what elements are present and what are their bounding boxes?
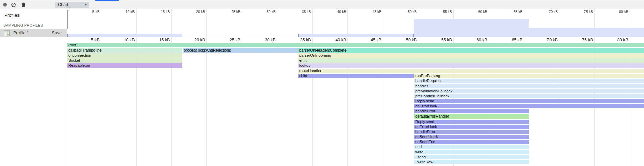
block-icon (11, 2, 16, 7)
detail-ruler-tick: 40 kB (323, 38, 346, 43)
overview-ruler-tick: 60 kB (467, 10, 487, 14)
overview-ruler-tick: 40 kB (326, 10, 346, 14)
overview-depth-segment[interactable] (67, 34, 182, 37)
overview-ruler-tick: 5 kB (79, 10, 100, 14)
flame-chart-pane[interactable]: 5 kB5 kB10 kB10 kB15 kB15 kB20 kB20 kB25… (67, 9, 644, 166)
gridline-15kb (171, 9, 172, 166)
overview-baseline (67, 37, 644, 37)
flame-frame-parserOnIncoming[interactable]: parserOnIncoming (298, 53, 644, 58)
overview-ruler-tick: 75 kB (573, 10, 593, 14)
flame-frame-preValidationCallback[interactable]: preValidationCallback (414, 89, 644, 93)
flame-frame-_writeRaw[interactable]: _writeRaw (414, 160, 529, 164)
detail-ruler-tick: 60 kB (464, 38, 487, 43)
flame-frame-emit[interactable]: emit (298, 58, 644, 63)
overview-ruler-tick: 80 kB (608, 10, 628, 14)
profile-name: Profile 1 (13, 31, 29, 35)
toolbar-separator (18, 2, 18, 7)
flame-frame-Reply.send[interactable]: Reply.send (414, 120, 529, 124)
overview-ruler-tick: 15 kB (150, 10, 170, 14)
detail-ruler-tick: 20 kB (182, 38, 205, 43)
overview-scrollbar-thumb[interactable] (67, 10, 68, 29)
flame-frame-handler[interactable]: handler (414, 84, 644, 88)
flame-frame-handleRequest[interactable]: handleRequest (414, 79, 644, 83)
chevron-down-icon (84, 4, 87, 6)
gridline-25kb (242, 9, 242, 166)
flame-frame-callbackTrampoline[interactable]: callbackTrampoline (67, 48, 182, 53)
detail-ruler-tick: 80 kB (605, 38, 628, 43)
detail-ruler-tick: 65 kB (499, 38, 522, 43)
save-profile-link[interactable]: Save (52, 31, 62, 35)
flame-frame-end[interactable]: end (414, 145, 529, 149)
sampling-profiles-section-label: SAMPLING PROFILES (3, 23, 43, 27)
flame-frame-handleError[interactable]: handleError (414, 109, 529, 113)
flame-frame-defaultErrorHandler[interactable]: defaultErrorHandler (414, 114, 529, 119)
overview-ruler-tick: 10 kB (115, 10, 135, 14)
flame-frame-preHandlerCallback[interactable]: preHandlerCallback (414, 94, 644, 98)
trash-icon (21, 2, 26, 7)
flame-frame-parserOnHeadersComplete[interactable]: parserOnHeadersComplete (298, 48, 644, 53)
sidebar-title: Profiles (4, 13, 20, 18)
gridline-30kb (277, 9, 277, 166)
flame-frame-Socket[interactable]: Socket (67, 58, 182, 63)
overview-ruler-tick: 20 kB (185, 10, 205, 14)
detail-ruler-tick: 30 kB (253, 38, 276, 43)
overview-ruler-tick: 55 kB (432, 10, 452, 14)
flame-frame-runPreParsing[interactable]: runPreParsing (414, 74, 644, 78)
profiler-toolbar: Chart (0, 0, 644, 9)
overview-ruler-tick: 50 kB (396, 10, 417, 14)
flame-frame-Readable.on[interactable]: Readable.on (67, 63, 182, 68)
gridline-10kb (136, 9, 137, 166)
overview-ruler-tick: 70 kB (537, 10, 558, 14)
detail-ruler-tick: 70 kB (535, 38, 558, 43)
record-icon (3, 2, 7, 7)
gridline-20kb (206, 9, 207, 166)
overview-ruler-tick: 45 kB (361, 10, 381, 14)
gridline-35kb (312, 9, 313, 166)
record-button[interactable] (1, 1, 9, 8)
clear-profiles-button[interactable] (10, 1, 17, 8)
flame-frame-routeHandler[interactable]: routeHandler (298, 69, 644, 73)
detail-ruler-tick: 25 kB (218, 38, 240, 43)
flame-frame-lookup[interactable]: lookup (298, 63, 644, 68)
overview-ruler-tick: 30 kB (256, 10, 276, 14)
flame-frame-root[interactable]: (root) (67, 43, 644, 47)
flame-frame-onconnection[interactable]: onconnection (67, 53, 182, 58)
flame-frame-handleError[interactable]: handleError (414, 130, 529, 134)
flame-frame-Reply.send[interactable]: Reply.send (414, 99, 644, 103)
flame-frame-child[interactable]: child (298, 74, 414, 78)
gridline-45kb (383, 9, 383, 166)
detail-ruler-tick: 45 kB (358, 38, 381, 43)
overview-ruler-tick: 25 kB (220, 10, 240, 14)
sidebar-item-profile-1[interactable]: % Profile 1 Save (0, 29, 67, 37)
profile-icon: % (4, 30, 10, 36)
detail-ruler-tick: 35 kB (288, 38, 311, 43)
flame-frame-processTicksAndRejections[interactable]: processTicksAndRejections (183, 48, 298, 53)
gridline-40kb (347, 9, 348, 166)
overview-ruler-tick: 35 kB (291, 10, 311, 14)
flame-frame-onErrorHook[interactable]: onErrorHook (414, 104, 644, 108)
flame-frame-onSendHook[interactable]: onSendHook (414, 135, 529, 139)
overview-depth-segment[interactable] (298, 34, 414, 37)
profiles-sidebar: Profiles SAMPLING PROFILES % Profile 1 S… (0, 9, 67, 166)
devtools-sampling-profiler: Chart Profiles SAMPLING PROFILES % Profi… (0, 0, 644, 166)
flame-frame-onSendEnd[interactable]: onSendEnd (414, 140, 529, 144)
chart-view-select[interactable]: Chart (55, 2, 89, 8)
overview-ruler-tick: 65 kB (502, 10, 522, 14)
detail-ruler-tick: 55 kB (429, 38, 452, 43)
detail-ruler-tick: 50 kB (394, 38, 417, 43)
svg-text:%: % (7, 33, 9, 36)
detail-ruler-tick: 10 kB (112, 38, 135, 43)
flame-frame-write_[interactable]: write_ (414, 150, 529, 154)
chart-view-select-value: Chart (58, 2, 68, 7)
detail-ruler-tick: 5 kB (77, 38, 100, 43)
flame-frame-onErrorHook[interactable]: onErrorHook (414, 125, 529, 129)
detail-ruler-tick: 15 kB (147, 38, 170, 43)
gridline-5kb (101, 9, 101, 166)
active-tab-indicator (95, 0, 119, 1)
delete-profile-button[interactable] (20, 1, 27, 8)
detail-ruler-tick: 75 kB (570, 38, 593, 43)
overview-depth-segment[interactable] (529, 28, 644, 37)
flame-frame-_send[interactable]: _send (414, 155, 529, 159)
overview-depth-segment[interactable] (414, 19, 529, 37)
